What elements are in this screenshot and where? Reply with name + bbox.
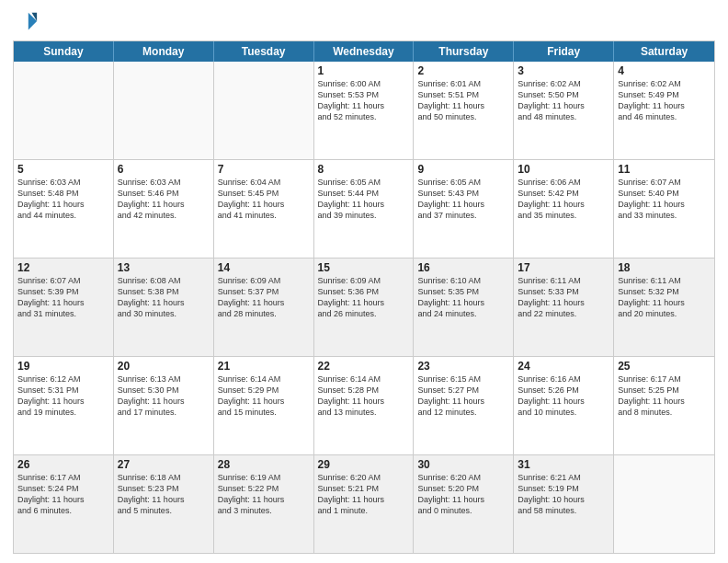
day-info: Sunrise: 6:12 AM Sunset: 5:31 PM Dayligh…	[17, 373, 109, 419]
day-info: Sunrise: 6:06 AM Sunset: 5:42 PM Dayligh…	[518, 177, 609, 222]
day-cell-10: 10Sunrise: 6:06 AM Sunset: 5:42 PM Dayli…	[514, 160, 614, 258]
day-number: 18	[618, 261, 711, 274]
day-cell-27: 27Sunrise: 6:18 AM Sunset: 5:23 PM Dayli…	[114, 455, 214, 553]
header	[13, 9, 715, 35]
day-number: 21	[218, 360, 310, 373]
day-cell-12: 12Sunrise: 6:07 AM Sunset: 5:39 PM Dayli…	[14, 259, 114, 356]
weekday-header-tuesday: Tuesday	[214, 41, 314, 62]
day-cell-19: 19Sunrise: 6:12 AM Sunset: 5:31 PM Dayli…	[14, 357, 114, 454]
day-number: 11	[618, 163, 711, 176]
day-cell-24: 24Sunrise: 6:16 AM Sunset: 5:26 PM Dayli…	[514, 357, 614, 454]
day-info: Sunrise: 6:05 AM Sunset: 5:43 PM Dayligh…	[417, 177, 509, 222]
day-info: Sunrise: 6:21 AM Sunset: 5:19 PM Dayligh…	[518, 472, 609, 517]
day-number: 14	[218, 261, 310, 274]
day-cell-13: 13Sunrise: 6:08 AM Sunset: 5:38 PM Dayli…	[114, 259, 214, 356]
weekday-header-thursday: Thursday	[414, 41, 514, 62]
day-cell-26: 26Sunrise: 6:17 AM Sunset: 5:24 PM Dayli…	[14, 455, 114, 553]
day-info: Sunrise: 6:02 AM Sunset: 5:49 PM Dayligh…	[618, 78, 711, 123]
empty-cell-4-6	[614, 455, 714, 553]
empty-cell-0-0	[14, 62, 114, 159]
day-cell-5: 5Sunrise: 6:03 AM Sunset: 5:48 PM Daylig…	[14, 160, 114, 258]
day-info: Sunrise: 6:14 AM Sunset: 5:29 PM Dayligh…	[218, 373, 310, 419]
day-cell-30: 30Sunrise: 6:20 AM Sunset: 5:20 PM Dayli…	[414, 455, 514, 553]
day-cell-4: 4Sunrise: 6:02 AM Sunset: 5:49 PM Daylig…	[614, 62, 714, 159]
day-cell-23: 23Sunrise: 6:15 AM Sunset: 5:27 PM Dayli…	[414, 357, 514, 454]
day-info: Sunrise: 6:10 AM Sunset: 5:35 PM Dayligh…	[417, 275, 509, 320]
day-info: Sunrise: 6:17 AM Sunset: 5:24 PM Dayligh…	[17, 472, 109, 517]
calendar-row-2: 12Sunrise: 6:07 AM Sunset: 5:39 PM Dayli…	[14, 259, 714, 357]
day-number: 16	[417, 261, 509, 274]
day-cell-14: 14Sunrise: 6:09 AM Sunset: 5:37 PM Dayli…	[214, 259, 314, 356]
day-info: Sunrise: 6:01 AM Sunset: 5:51 PM Dayligh…	[417, 78, 509, 123]
day-cell-31: 31Sunrise: 6:21 AM Sunset: 5:19 PM Dayli…	[514, 455, 614, 553]
day-number: 24	[518, 360, 609, 373]
day-info: Sunrise: 6:20 AM Sunset: 5:20 PM Dayligh…	[417, 472, 509, 517]
day-cell-29: 29Sunrise: 6:20 AM Sunset: 5:21 PM Dayli…	[314, 455, 415, 553]
day-number: 31	[518, 458, 609, 471]
day-number: 9	[417, 163, 509, 176]
calendar: SundayMondayTuesdayWednesdayThursdayFrid…	[13, 40, 715, 554]
day-number: 13	[118, 261, 210, 274]
day-number: 22	[318, 360, 410, 373]
day-number: 1	[318, 64, 410, 77]
day-info: Sunrise: 6:08 AM Sunset: 5:38 PM Dayligh…	[118, 275, 210, 320]
day-number: 19	[17, 360, 109, 373]
day-info: Sunrise: 6:07 AM Sunset: 5:39 PM Dayligh…	[17, 275, 109, 320]
day-info: Sunrise: 6:09 AM Sunset: 5:36 PM Dayligh…	[318, 275, 410, 320]
day-number: 27	[118, 458, 210, 471]
day-info: Sunrise: 6:20 AM Sunset: 5:21 PM Dayligh…	[318, 472, 410, 517]
day-info: Sunrise: 6:02 AM Sunset: 5:50 PM Dayligh…	[518, 78, 609, 123]
day-cell-8: 8Sunrise: 6:05 AM Sunset: 5:44 PM Daylig…	[314, 160, 415, 258]
day-cell-28: 28Sunrise: 6:19 AM Sunset: 5:22 PM Dayli…	[214, 455, 314, 553]
calendar-row-3: 19Sunrise: 6:12 AM Sunset: 5:31 PM Dayli…	[14, 357, 714, 455]
day-cell-15: 15Sunrise: 6:09 AM Sunset: 5:36 PM Dayli…	[314, 259, 415, 356]
day-info: Sunrise: 6:14 AM Sunset: 5:28 PM Dayligh…	[318, 373, 410, 419]
day-number: 4	[618, 64, 711, 77]
day-number: 17	[518, 261, 609, 274]
day-number: 2	[417, 64, 509, 77]
day-cell-21: 21Sunrise: 6:14 AM Sunset: 5:29 PM Dayli…	[214, 357, 314, 454]
day-number: 10	[518, 163, 609, 176]
page: SundayMondayTuesdayWednesdayThursdayFrid…	[0, 0, 728, 563]
weekday-header-wednesday: Wednesday	[314, 41, 415, 62]
day-cell-6: 6Sunrise: 6:03 AM Sunset: 5:46 PM Daylig…	[114, 160, 214, 258]
day-cell-3: 3Sunrise: 6:02 AM Sunset: 5:50 PM Daylig…	[514, 62, 614, 159]
day-info: Sunrise: 6:11 AM Sunset: 5:33 PM Dayligh…	[518, 275, 609, 320]
calendar-row-1: 5Sunrise: 6:03 AM Sunset: 5:48 PM Daylig…	[14, 160, 714, 259]
day-info: Sunrise: 6:16 AM Sunset: 5:26 PM Dayligh…	[518, 373, 609, 419]
day-cell-17: 17Sunrise: 6:11 AM Sunset: 5:33 PM Dayli…	[514, 259, 614, 356]
day-number: 29	[318, 458, 410, 471]
day-number: 8	[318, 163, 410, 176]
day-cell-25: 25Sunrise: 6:17 AM Sunset: 5:25 PM Dayli…	[614, 357, 714, 454]
calendar-body: 1Sunrise: 6:00 AM Sunset: 5:53 PM Daylig…	[14, 62, 714, 553]
weekday-header-friday: Friday	[514, 41, 614, 62]
day-info: Sunrise: 6:04 AM Sunset: 5:45 PM Dayligh…	[218, 177, 310, 222]
day-info: Sunrise: 6:07 AM Sunset: 5:40 PM Dayligh…	[618, 177, 711, 222]
day-info: Sunrise: 6:09 AM Sunset: 5:37 PM Dayligh…	[218, 275, 310, 320]
logo-icon	[13, 9, 39, 35]
day-info: Sunrise: 6:15 AM Sunset: 5:27 PM Dayligh…	[417, 373, 509, 419]
day-cell-2: 2Sunrise: 6:01 AM Sunset: 5:51 PM Daylig…	[414, 62, 514, 159]
day-cell-9: 9Sunrise: 6:05 AM Sunset: 5:43 PM Daylig…	[414, 160, 514, 258]
weekday-header-sunday: Sunday	[14, 41, 114, 62]
calendar-row-4: 26Sunrise: 6:17 AM Sunset: 5:24 PM Dayli…	[14, 455, 714, 553]
weekday-header-monday: Monday	[114, 41, 214, 62]
day-info: Sunrise: 6:03 AM Sunset: 5:46 PM Dayligh…	[118, 177, 210, 222]
day-info: Sunrise: 6:19 AM Sunset: 5:22 PM Dayligh…	[218, 472, 310, 517]
day-info: Sunrise: 6:18 AM Sunset: 5:23 PM Dayligh…	[118, 472, 210, 517]
day-number: 6	[118, 163, 210, 176]
day-cell-11: 11Sunrise: 6:07 AM Sunset: 5:40 PM Dayli…	[614, 160, 714, 258]
day-info: Sunrise: 6:17 AM Sunset: 5:25 PM Dayligh…	[618, 373, 711, 419]
day-number: 25	[618, 360, 711, 373]
empty-cell-0-1	[114, 62, 214, 159]
day-number: 26	[17, 458, 109, 471]
calendar-row-0: 1Sunrise: 6:00 AM Sunset: 5:53 PM Daylig…	[14, 62, 714, 160]
day-cell-22: 22Sunrise: 6:14 AM Sunset: 5:28 PM Dayli…	[314, 357, 415, 454]
weekday-header-saturday: Saturday	[614, 41, 714, 62]
day-info: Sunrise: 6:00 AM Sunset: 5:53 PM Dayligh…	[318, 78, 410, 123]
day-cell-1: 1Sunrise: 6:00 AM Sunset: 5:53 PM Daylig…	[314, 62, 415, 159]
day-number: 28	[218, 458, 310, 471]
day-info: Sunrise: 6:11 AM Sunset: 5:32 PM Dayligh…	[618, 275, 711, 320]
day-info: Sunrise: 6:05 AM Sunset: 5:44 PM Dayligh…	[318, 177, 410, 222]
day-number: 12	[17, 261, 109, 274]
